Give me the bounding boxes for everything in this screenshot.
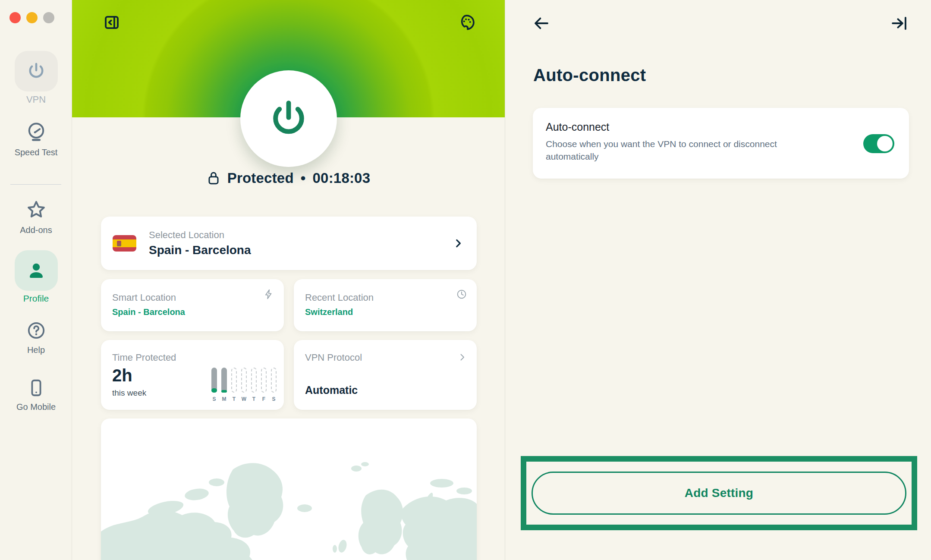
day-bar <box>221 368 227 393</box>
day-bar <box>231 368 237 393</box>
page-title: Auto-connect <box>533 66 646 85</box>
smart-location-label: Smart Location <box>112 292 176 303</box>
connection-status: Protected • 00:18:03 <box>72 170 505 186</box>
world-map-card[interactable] <box>101 418 477 560</box>
sidebar-item-add-ons[interactable]: Add-ons <box>0 199 72 235</box>
day-label: T <box>231 396 237 402</box>
chevron-right-icon <box>457 352 467 362</box>
selected-location-label: Selected Location <box>149 230 251 241</box>
day-bar <box>241 368 247 393</box>
collapse-sidebar-icon[interactable] <box>103 13 121 31</box>
time-protected-sublabel: this week <box>112 388 146 398</box>
chevron-right-icon <box>453 237 464 250</box>
phone-icon <box>26 378 46 398</box>
day-label: M <box>221 396 227 402</box>
vpn-main-panel: Protected • 00:18:03 Selected Location S… <box>72 0 505 560</box>
vpn-protocol-label: VPN Protocol <box>305 352 362 363</box>
add-setting-highlight-box: Add Setting <box>521 456 917 530</box>
power-icon <box>26 61 46 81</box>
theme-palette-icon[interactable] <box>458 13 476 31</box>
sidebar-divider <box>10 184 61 185</box>
recent-location-label: Recent Location <box>305 292 374 303</box>
day-label: F <box>261 396 267 402</box>
smart-location-value: Spain - Barcelona <box>112 307 185 317</box>
lightning-icon <box>263 289 274 300</box>
help-icon <box>26 320 47 341</box>
power-icon <box>266 96 311 141</box>
world-map <box>101 418 477 560</box>
lock-icon <box>207 170 220 186</box>
day-label: S <box>211 396 217 402</box>
status-separator: • <box>301 170 306 186</box>
sidebar-item-label: Profile <box>23 293 49 304</box>
window-controls <box>9 12 54 23</box>
sidebar-item-label: Help <box>27 345 45 355</box>
day-bar <box>251 368 257 393</box>
day-bar <box>211 368 217 393</box>
selected-location-card[interactable]: Selected Location Spain - Barcelona <box>101 217 477 270</box>
status-timer: 00:18:03 <box>313 170 371 186</box>
selected-location-value: Spain - Barcelona <box>149 243 251 257</box>
day-bar <box>271 368 277 393</box>
sidebar-item-profile[interactable]: Profile <box>0 250 72 304</box>
person-icon <box>26 260 47 281</box>
time-protected-card: Time Protected 2h this week SMTWTFS <box>101 340 284 410</box>
speedometer-icon <box>25 120 48 143</box>
day-label: S <box>271 396 277 402</box>
status-label: Protected <box>227 170 294 186</box>
vpn-protocol-value: Automatic <box>305 384 358 396</box>
time-protected-label: Time Protected <box>112 352 176 363</box>
day-label: T <box>251 396 257 402</box>
time-protected-value: 2h <box>112 366 132 385</box>
toggle-knob <box>877 136 893 151</box>
auto-connect-description: Choose when you want the VPN to connect … <box>546 138 826 163</box>
recent-location-card[interactable]: Recent Location Switzerland <box>294 279 477 331</box>
collapse-panel-right-icon[interactable] <box>890 14 908 32</box>
sidebar-item-speed-test[interactable]: Speed Test <box>0 120 72 157</box>
vpn-protocol-card[interactable]: VPN Protocol Automatic <box>294 340 477 410</box>
sidebar-item-label: Speed Test <box>15 148 58 157</box>
star-icon <box>25 199 47 221</box>
weekly-protection-chart: SMTWTFS <box>211 367 277 402</box>
connect-power-button[interactable] <box>240 70 337 167</box>
auto-connect-setting-card: Auto-connect Choose when you want the VP… <box>533 108 909 179</box>
sidebar-item-label: Go Mobile <box>16 402 56 412</box>
sidebar-item-vpn[interactable]: VPN <box>0 51 72 105</box>
minimize-window-button[interactable] <box>26 12 38 23</box>
sidebar-item-label: VPN <box>26 94 46 105</box>
close-window-button[interactable] <box>9 12 21 23</box>
day-bar <box>261 368 267 393</box>
auto-connect-panel: Auto-connect Auto-connect Choose when yo… <box>506 0 931 560</box>
sidebar-item-label: Add-ons <box>20 225 52 235</box>
zoom-window-button[interactable] <box>43 12 54 23</box>
sidebar: VPN Speed Test Add-ons <box>0 0 72 560</box>
sidebar-item-help[interactable]: Help <box>0 320 72 355</box>
clock-icon <box>456 289 467 300</box>
auto-connect-card-title: Auto-connect <box>546 121 609 133</box>
back-arrow-icon[interactable] <box>532 14 550 32</box>
spain-flag <box>113 235 136 252</box>
sidebar-item-go-mobile[interactable]: Go Mobile <box>0 378 72 412</box>
day-label: W <box>241 396 247 402</box>
recent-location-value: Switzerland <box>305 307 353 317</box>
auto-connect-toggle[interactable] <box>863 134 894 153</box>
add-setting-button[interactable]: Add Setting <box>532 472 906 515</box>
vpn-icon-box <box>15 51 58 91</box>
smart-location-card[interactable]: Smart Location Spain - Barcelona <box>101 279 284 331</box>
profile-icon-box <box>15 250 58 291</box>
